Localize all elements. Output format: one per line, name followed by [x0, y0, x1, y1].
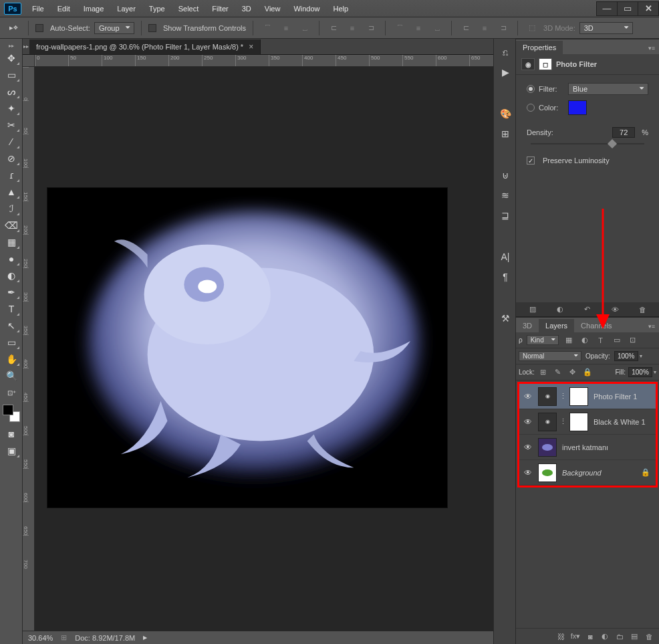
filter-adj-icon[interactable]: ◐	[579, 334, 591, 346]
swatches-dock-icon[interactable]: ⊞	[495, 124, 515, 143]
menu-edit[interactable]: Edit	[51, 2, 77, 15]
adj-add-icon[interactable]: ◐	[599, 631, 611, 643]
marquee-tool[interactable]: ▭	[2, 67, 21, 83]
fill-dropdown-icon[interactable]: ▾	[654, 369, 656, 375]
distribute-bottom-icon[interactable]: ⎵	[430, 21, 444, 35]
visibility-icon[interactable]: 👁	[519, 468, 537, 477]
canvas[interactable]	[47, 187, 448, 508]
density-input[interactable]: 72	[612, 127, 635, 138]
ruler-vertical[interactable]: 0501001502002503003504004505005506006507…	[23, 67, 35, 631]
character-dock-icon[interactable]: A|	[495, 247, 515, 266]
channels-tab[interactable]: Channels	[574, 319, 618, 332]
brushes-dock-icon[interactable]: ⊍	[495, 166, 515, 185]
tab-close-icon[interactable]: ×	[249, 42, 253, 51]
trash-icon[interactable]: 🗑	[636, 304, 648, 316]
align-bottom-icon[interactable]: ⎵	[297, 21, 312, 35]
layer-thumb[interactable]	[538, 463, 557, 482]
opacity-input[interactable]: 100%	[614, 351, 638, 361]
history-dock-icon[interactable]: ⎌	[495, 43, 515, 62]
filter-type-icon[interactable]: T	[595, 334, 607, 346]
lock-all-icon[interactable]: 🔒	[581, 366, 594, 379]
mask-thumb[interactable]	[569, 387, 588, 406]
menu-3d[interactable]: 3D	[235, 2, 258, 15]
adj-icon[interactable]: ▨	[527, 304, 539, 316]
group-icon[interactable]: 🗀	[614, 631, 626, 643]
autoselect-target-dropdown[interactable]: Group	[94, 22, 134, 34]
layer-name[interactable]: Photo Filter 1	[589, 393, 656, 401]
menu-image[interactable]: Image	[77, 2, 111, 15]
menu-view[interactable]: View	[258, 2, 287, 15]
density-slider-thumb[interactable]	[608, 139, 617, 148]
layer-thumb[interactable]: ◉	[538, 413, 557, 431]
menu-file[interactable]: File	[25, 2, 51, 15]
fx-icon[interactable]: fx▾	[569, 631, 581, 643]
canvas-viewport[interactable]: 0501001502002503003504004505005506006507…	[23, 55, 493, 631]
healing-brush-tool[interactable]: ⊘	[2, 150, 21, 167]
reset-icon[interactable]: ↶	[581, 304, 594, 316]
filter-smart-icon[interactable]: ⊡	[627, 334, 639, 346]
properties-tab[interactable]: Properties	[516, 41, 563, 54]
docsize-flyout-icon[interactable]: ▶	[143, 635, 147, 641]
delete-layer-icon[interactable]: 🗑	[643, 631, 655, 643]
eyedropper-tool[interactable]: ⁄	[2, 134, 21, 150]
lasso-tool[interactable]: ᔕ	[2, 84, 21, 100]
fg-color[interactable]	[3, 405, 13, 415]
magic-wand-tool[interactable]: ✦	[2, 100, 21, 116]
layer-name[interactable]: invert katmanı	[558, 443, 656, 451]
menu-window[interactable]: Window	[287, 2, 326, 15]
visibility-icon[interactable]: 👁	[609, 304, 621, 316]
history-brush-tool[interactable]: ℐ	[2, 201, 21, 217]
path-tool[interactable]: ↖	[2, 318, 21, 334]
visibility-icon[interactable]: 👁	[519, 417, 537, 427]
quickmask-tool[interactable]: ◙	[2, 426, 21, 442]
layer-name[interactable]: Black & White 1	[589, 418, 656, 426]
link-icon[interactable]: ⋮	[559, 417, 567, 426]
shape-tool[interactable]: ▭	[2, 334, 21, 350]
density-slider[interactable]	[531, 143, 644, 144]
align-right-icon[interactable]: ⊐	[364, 21, 378, 35]
link-icon[interactable]: ⋮	[559, 392, 567, 401]
menu-filter[interactable]: Filter	[205, 2, 235, 15]
blend-mode-dropdown[interactable]: Normal	[519, 351, 581, 361]
eraser-tool[interactable]: ⌫	[2, 217, 21, 233]
maximize-button[interactable]: ▭	[617, 1, 638, 16]
distribute-right-icon[interactable]: ⊐	[496, 21, 511, 35]
move-tool[interactable]: ✥	[2, 50, 21, 66]
panel-menu-icon[interactable]: ▾≡	[644, 42, 659, 54]
menu-help[interactable]: Help	[327, 2, 356, 15]
mask-thumb[interactable]	[569, 413, 588, 431]
layer-name[interactable]: Background	[558, 469, 641, 477]
filter-pixel-icon[interactable]: ▦	[563, 334, 575, 346]
align-left-icon[interactable]: ⊏	[326, 21, 341, 35]
paragraph-dock-icon[interactable]: ¶	[495, 267, 515, 286]
dodge-tool[interactable]: ◐	[2, 267, 21, 284]
close-button[interactable]: ✕	[638, 1, 659, 16]
3d-icon[interactable]: ⬚	[525, 21, 539, 35]
zoom-tool[interactable]: 🔍	[2, 368, 21, 384]
document-tab[interactable]: frog-wallpapers-1.png @ 30.6% (Photo Fil…	[29, 39, 261, 54]
layer-thumb[interactable]	[538, 438, 557, 457]
ruler-horizontal[interactable]: 0501001502002503003504004505005506006507…	[35, 55, 493, 67]
menu-select[interactable]: Select	[172, 2, 206, 15]
distribute-vcenter-icon[interactable]: ≡	[411, 21, 426, 35]
color-swatch[interactable]	[568, 100, 587, 115]
menu-layer[interactable]: Layer	[110, 2, 142, 15]
distribute-hcenter-icon[interactable]: ≡	[477, 21, 492, 35]
link-layers-icon[interactable]: ⛓	[555, 631, 567, 643]
clip-icon[interactable]: ◐	[554, 304, 566, 316]
layer-thumb[interactable]: ◉	[538, 387, 557, 406]
hand-tool[interactable]: ✋	[2, 351, 21, 367]
preserve-checkbox[interactable]: ✓	[527, 156, 535, 165]
align-vcenter-icon[interactable]: ≡	[279, 21, 293, 35]
edit-toolbar[interactable]: ⊡⁺	[2, 385, 21, 401]
new-layer-icon[interactable]: ▤	[628, 631, 640, 643]
fill-input[interactable]: 100%	[628, 367, 652, 377]
filter-shape-icon[interactable]: ▭	[611, 334, 623, 346]
layer-row[interactable]: 👁invert katmanı	[519, 435, 656, 460]
filter-radio[interactable]	[527, 85, 535, 93]
screenmode-tool[interactable]: ▣	[2, 443, 21, 459]
align-hcenter-icon[interactable]: ≡	[345, 21, 360, 35]
autoselect-checkbox[interactable]	[35, 24, 43, 32]
menu-type[interactable]: Type	[142, 2, 172, 15]
opacity-dropdown-icon[interactable]: ▾	[640, 353, 642, 359]
